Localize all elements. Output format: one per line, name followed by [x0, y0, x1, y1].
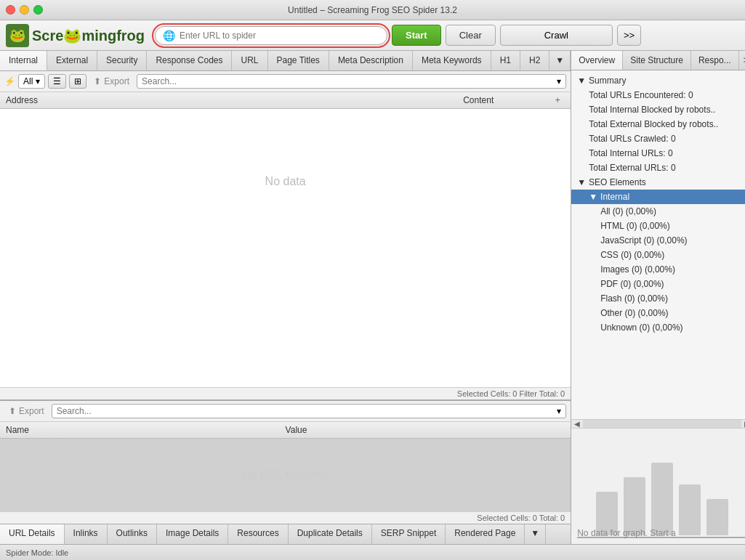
- internal-images[interactable]: Images (0) (0,00%): [571, 262, 745, 277]
- internal-label: Internal: [600, 192, 629, 202]
- chart-bar-3: [651, 463, 673, 535]
- total-urls-encountered[interactable]: Total URLs Encountered: 0: [571, 88, 745, 102]
- internal-other[interactable]: Other (0) (0,00%): [571, 306, 745, 320]
- chart-bar-4: [679, 484, 701, 535]
- table-header: Address Content +: [0, 92, 571, 109]
- bottom-tab-image-details[interactable]: Image Details: [157, 524, 228, 544]
- scroll-track[interactable]: [583, 420, 741, 428]
- bottom-tabs: URL Details Inlinks Outlinks Image Detai…: [0, 524, 571, 544]
- right-content: ▼ Summary Total URLs Encountered: 0 Tota…: [571, 70, 745, 419]
- lower-search-box[interactable]: ▾: [52, 404, 567, 418]
- filter-label: All: [23, 76, 33, 86]
- bottom-tab-serp-snippet[interactable]: SERP Snippet: [372, 524, 446, 544]
- col-content-header: Content: [463, 95, 550, 105]
- total-urls-crawled[interactable]: Total URLs Crawled: 0: [571, 131, 745, 146]
- right-tab-overview[interactable]: Overview: [571, 51, 623, 70]
- data-table: Address Content + No data: [0, 92, 571, 387]
- total-internal-urls[interactable]: Total Internal URLs: 0: [571, 146, 745, 161]
- lower-table-header: Name Value: [0, 422, 571, 439]
- chart-area: No data for graph. Start a: [571, 428, 745, 544]
- col-add-header[interactable]: +: [550, 95, 565, 105]
- tab-h2[interactable]: H2: [520, 51, 549, 70]
- maximize-button[interactable]: [33, 5, 43, 15]
- col-name-header: Name: [6, 425, 286, 435]
- url-bar[interactable]: 🌐: [155, 26, 387, 45]
- total-external-blocked[interactable]: Total External Blocked by robots..: [571, 117, 745, 131]
- left-panel: Internal External Security Response Code…: [0, 51, 571, 544]
- tab-meta-keywords[interactable]: Meta Keywords: [413, 51, 491, 70]
- url-input[interactable]: [180, 31, 379, 41]
- grid-view-button[interactable]: ⊞: [69, 74, 86, 89]
- tab-security[interactable]: Security: [97, 51, 147, 70]
- internal-css[interactable]: CSS (0) (0,00%): [571, 248, 745, 262]
- tab-internal[interactable]: Internal: [0, 51, 47, 70]
- right-scrollbar[interactable]: ◀ ▶: [571, 419, 745, 428]
- no-data-message: No data: [0, 109, 571, 254]
- tab-h1[interactable]: H1: [491, 51, 520, 70]
- lower-filter-bar: ⬆ Export ▾: [0, 401, 571, 422]
- lower-export-button[interactable]: ⬆ Export: [4, 405, 49, 418]
- scroll-right-button[interactable]: ▶: [741, 420, 745, 428]
- window-title: Untitled – Screaming Frog SEO Spider 13.…: [288, 5, 457, 15]
- bottom-tab-duplicate-details[interactable]: Duplicate Details: [289, 524, 372, 544]
- filter-dropdown-arrow: ▾: [36, 76, 40, 86]
- seo-elements-header[interactable]: ▼ SEO Elements: [571, 175, 745, 190]
- table-status-bar: Selected Cells: 0 Filter Total: 0: [0, 387, 571, 399]
- internal-html[interactable]: HTML (0) (0,00%): [571, 219, 745, 233]
- minimize-button[interactable]: [20, 5, 29, 15]
- list-view-button[interactable]: ☰: [48, 74, 66, 89]
- lower-search-dropdown-arrow[interactable]: ▾: [557, 406, 561, 416]
- internal-javascript[interactable]: JavaScript (0) (0,00%): [571, 233, 745, 248]
- internal-header[interactable]: ▼ Internal: [571, 190, 745, 204]
- tab-page-titles[interactable]: Page Titles: [268, 51, 329, 70]
- lower-export-label: Export: [19, 406, 44, 416]
- chart-bars: [596, 463, 728, 535]
- scroll-left-button[interactable]: ◀: [571, 420, 583, 428]
- right-tabs: Overview Site Structure Respo... >: [571, 51, 745, 70]
- bottom-tab-resources[interactable]: Resources: [228, 524, 288, 544]
- filter-bar: ⚡ All ▾ ☰ ⊞ ⬆ Export ▾: [0, 71, 571, 92]
- internal-unknown[interactable]: Unknown (0) (0,00%): [571, 320, 745, 335]
- export-button[interactable]: ⬆ Export: [89, 75, 134, 88]
- col-value-header: Value: [286, 425, 565, 435]
- lower-search-input[interactable]: [57, 406, 557, 416]
- search-dropdown-arrow[interactable]: ▾: [557, 76, 561, 86]
- crawl-button[interactable]: Crawl: [500, 25, 613, 46]
- tabs-more-button[interactable]: ▼: [549, 51, 571, 70]
- toolbar: 🐸 Scre🐸mingfrog 🌐 Start Clear Crawl >>: [0, 20, 745, 51]
- start-button[interactable]: Start: [392, 25, 441, 46]
- more-button[interactable]: >>: [617, 25, 641, 46]
- export-icon: ⬆: [94, 76, 101, 86]
- total-internal-blocked[interactable]: Total Internal Blocked by robots..: [571, 102, 745, 117]
- internal-pdf[interactable]: PDF (0) (0,00%): [571, 277, 745, 291]
- right-tab-response[interactable]: Respo...: [691, 51, 739, 70]
- right-tab-site-structure[interactable]: Site Structure: [623, 51, 691, 70]
- bottom-tabs-more-button[interactable]: ▼: [525, 524, 546, 544]
- internal-all[interactable]: All (0) (0,00%): [571, 204, 745, 219]
- logo-text: Scre🐸mingfrog: [32, 27, 145, 44]
- bottom-tab-inlinks[interactable]: Inlinks: [65, 524, 108, 544]
- bottom-tab-outlinks[interactable]: Outlinks: [108, 524, 157, 544]
- internal-flash[interactable]: Flash (0) (0,00%): [571, 291, 745, 306]
- right-tabs-more-button[interactable]: >: [739, 51, 745, 70]
- table-status-text: Selected Cells: 0 Filter Total: 0: [457, 389, 565, 398]
- summary-title: Summary: [589, 76, 626, 86]
- seo-elements-title: SEO Elements: [589, 177, 646, 187]
- search-input[interactable]: [142, 76, 557, 86]
- close-button[interactable]: [6, 5, 15, 15]
- filter-dropdown[interactable]: All ▾: [18, 74, 45, 89]
- tab-meta-description[interactable]: Meta Description: [329, 51, 413, 70]
- col-address-header: Address: [6, 95, 463, 105]
- bottom-tab-rendered-page[interactable]: Rendered Page: [446, 524, 525, 544]
- total-external-urls[interactable]: Total External URLs: 0: [571, 161, 745, 175]
- tab-response-codes[interactable]: Response Codes: [147, 51, 232, 70]
- bottom-tab-url-details[interactable]: URL Details: [0, 524, 65, 544]
- filter-icon: ⚡: [4, 76, 15, 86]
- clear-button[interactable]: Clear: [446, 25, 496, 46]
- tab-url[interactable]: URL: [232, 51, 267, 70]
- summary-header[interactable]: ▼ Summary: [571, 73, 745, 88]
- search-box[interactable]: ▾: [137, 74, 566, 89]
- window-controls: [6, 5, 43, 15]
- chart-no-data-text: No data for graph. Start a: [577, 528, 675, 538]
- tab-external[interactable]: External: [47, 51, 97, 70]
